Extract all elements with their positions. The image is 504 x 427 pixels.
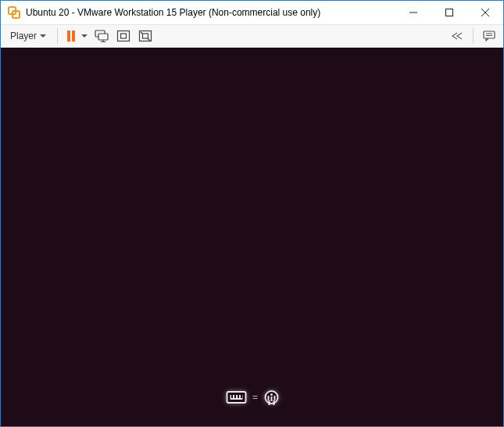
toolbar: Player [1,24,503,48]
titlebar: Ubuntu 20 - VMware Workstation 15 Player… [1,1,503,24]
window-title: Ubuntu 20 - VMware Workstation 15 Player… [26,7,395,18]
app-window: Ubuntu 20 - VMware Workstation 15 Player… [0,0,504,427]
chevron-down-icon [40,34,46,38]
pause-icon [66,30,77,42]
equals-label: = [252,392,258,403]
window-buttons [395,1,503,24]
keyboard-icon [226,391,246,404]
toolbar-separator [57,28,58,44]
chevron-down-icon [81,34,88,38]
messages-button[interactable] [480,27,499,45]
boot-indicator: = [226,390,278,404]
send-keys-icon [95,30,109,42]
guest-display[interactable]: = [1,48,503,426]
fullscreen-icon [116,30,130,42]
svg-rect-12 [121,34,127,38]
vmware-icon [7,5,21,20]
cycle-devices-button[interactable] [448,27,466,45]
svg-rect-15 [143,34,148,38]
close-button[interactable] [467,1,503,24]
svg-rect-7 [72,30,75,41]
fullscreen-button[interactable] [114,27,133,45]
maximize-button[interactable] [431,1,467,24]
toolbar-separator [473,28,474,44]
messages-icon [483,30,495,41]
svg-rect-11 [118,31,130,41]
svg-rect-3 [446,9,453,16]
unity-button[interactable] [136,27,155,45]
svg-rect-16 [484,31,495,38]
player-menu-label: Player [10,30,37,41]
svg-rect-6 [67,30,70,41]
minimize-button[interactable] [395,1,431,24]
svg-rect-9 [98,34,108,40]
pause-button[interactable] [64,27,89,45]
cycle-icon [450,31,464,41]
accessibility-icon [264,390,278,404]
unity-icon [138,30,152,42]
send-ctrl-alt-del-button[interactable] [92,27,111,45]
player-menu[interactable]: Player [5,27,51,45]
